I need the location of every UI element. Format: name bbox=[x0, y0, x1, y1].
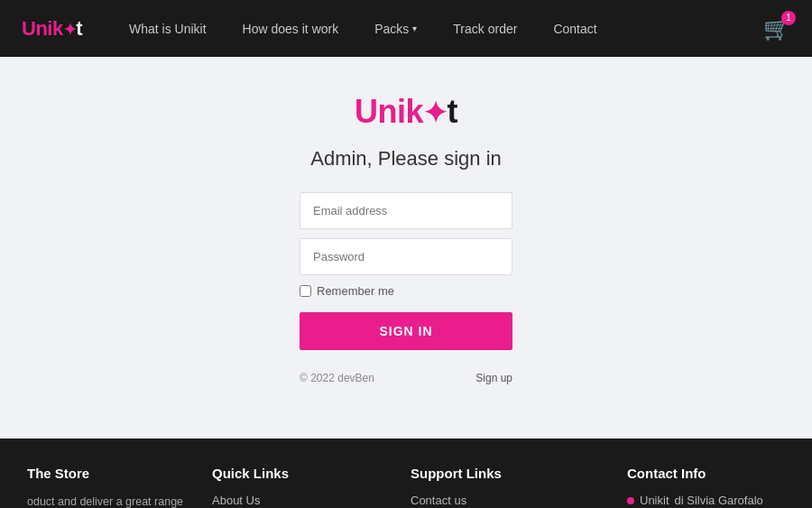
footer-contact-us[interactable]: Contact us bbox=[411, 494, 609, 507]
main-content: Unik✦t Admin, Please sign in Remember me… bbox=[0, 57, 812, 439]
footer-support-title: Support Links bbox=[411, 466, 609, 481]
footer-contact-info: Contact Info Unikit di Silvia Garofalo bbox=[627, 466, 785, 508]
password-field[interactable] bbox=[300, 238, 512, 275]
main-logo-icon: ✦ bbox=[423, 97, 448, 129]
sign-in-form: Remember me SIGN IN © 2022 devBen Sign u… bbox=[300, 192, 512, 384]
footer: The Store oduct and deliver a great rang… bbox=[0, 439, 812, 508]
nav-links: What is Unikit How does it work Packs ▾ … bbox=[111, 0, 763, 57]
footer-quick-links: Quick Links About Us bbox=[212, 466, 392, 508]
footer-store-title: The Store bbox=[27, 466, 194, 481]
footer-support-links: Support Links Contact us bbox=[411, 466, 609, 508]
form-footer: © 2022 devBen Sign up bbox=[300, 372, 512, 384]
remember-checkbox[interactable] bbox=[300, 285, 311, 297]
contact-dot-icon bbox=[627, 497, 634, 504]
nav-logo[interactable]: Unik✦t bbox=[22, 17, 82, 41]
footer-quick-links-title: Quick Links bbox=[212, 466, 392, 481]
cart-button[interactable]: 🛒 1 bbox=[763, 16, 790, 42]
email-field[interactable] bbox=[300, 192, 512, 229]
nav-what-is[interactable]: What is Unikit bbox=[111, 0, 225, 57]
footer-store-desc: oduct and deliver a great range bbox=[27, 494, 194, 508]
contact-detail: di Silvia Garofalo bbox=[675, 494, 763, 507]
logo-icon: ✦ bbox=[63, 21, 77, 39]
footer-store: The Store oduct and deliver a great rang… bbox=[27, 466, 194, 508]
cart-badge: 1 bbox=[781, 11, 796, 25]
footer-contact-item: Unikit di Silvia Garofalo bbox=[627, 494, 785, 507]
footer-about-us[interactable]: About Us bbox=[212, 494, 392, 507]
footer-contact-title: Contact Info bbox=[627, 466, 785, 481]
main-logo: Unik✦t bbox=[355, 93, 457, 131]
sign-in-button[interactable]: SIGN IN bbox=[300, 312, 512, 350]
nav-track-order[interactable]: Track order bbox=[435, 0, 535, 57]
page-title: Admin, Please sign in bbox=[310, 147, 502, 171]
navbar: Unik✦t What is Unikit How does it work P… bbox=[0, 0, 812, 57]
nav-contact[interactable]: Contact bbox=[535, 0, 614, 57]
nav-packs[interactable]: Packs ▾ bbox=[356, 0, 435, 57]
copyright-text: © 2022 devBen bbox=[300, 372, 374, 384]
nav-how-it-works[interactable]: How does it work bbox=[225, 0, 357, 57]
chevron-down-icon: ▾ bbox=[412, 23, 417, 33]
contact-name: Unikit bbox=[640, 494, 669, 507]
sign-up-link[interactable]: Sign up bbox=[475, 372, 512, 384]
remember-me-label: Remember me bbox=[300, 284, 512, 298]
